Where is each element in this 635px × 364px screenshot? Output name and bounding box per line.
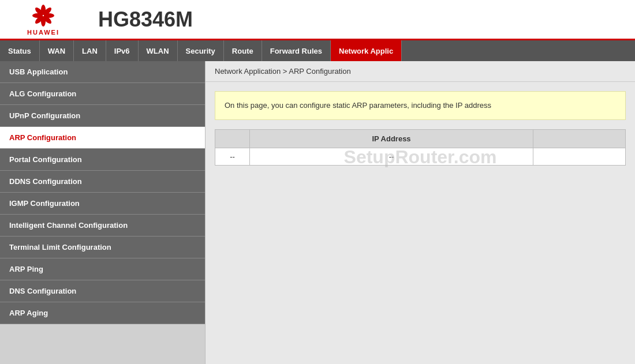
sidebar-item-intelligent-channel[interactable]: Intelligent Channel Configuration bbox=[0, 215, 205, 237]
sidebar-item-alg-configuration[interactable]: ALG Configuration bbox=[0, 83, 205, 105]
row-ip-address: -- bbox=[250, 148, 533, 165]
sidebar-item-terminal-limit[interactable]: Terminal Limit Configuration bbox=[0, 237, 205, 258]
nav-bar: Status WAN LAN IPv6 WLAN Security Route … bbox=[0, 40, 635, 61]
nav-item-route[interactable]: Route bbox=[224, 40, 262, 61]
arp-table: IP Address -- -- bbox=[215, 129, 626, 166]
content-area: USB Application ALG Configuration UPnP C… bbox=[0, 61, 635, 364]
sidebar-item-arp-configuration[interactable]: ARP Configuration bbox=[0, 127, 205, 149]
sidebar-item-dns-configuration[interactable]: DNS Configuration bbox=[0, 280, 205, 302]
nav-item-wlan[interactable]: WLAN bbox=[139, 40, 178, 61]
nav-item-ipv6[interactable]: IPv6 bbox=[106, 40, 139, 61]
sidebar-item-arp-aging[interactable]: ARP Aging bbox=[0, 302, 205, 324]
main-content: Network Application > ARP Configuration … bbox=[206, 61, 635, 364]
col-ip-address-header: IP Address bbox=[250, 129, 533, 148]
table-row: -- -- bbox=[215, 148, 626, 165]
sidebar-item-ddns-configuration[interactable]: DDNS Configuration bbox=[0, 171, 205, 193]
col-dash-header bbox=[215, 129, 250, 148]
logo-area: HUAWEI bbox=[6, 3, 81, 36]
info-box: On this page, you can configure static A… bbox=[215, 91, 626, 120]
sidebar-item-upnp-configuration[interactable]: UPnP Configuration bbox=[0, 105, 205, 127]
table-area: SetupRouter.com IP Address -- -- bbox=[215, 129, 626, 166]
sidebar-item-igmp-configuration[interactable]: IGMP Configuration bbox=[0, 193, 205, 215]
nav-item-forward-rules[interactable]: Forward Rules bbox=[262, 40, 331, 61]
brand-name: HG8346M bbox=[98, 7, 629, 32]
sidebar-item-portal-configuration[interactable]: Portal Configuration bbox=[0, 149, 205, 171]
info-text: On this page, you can configure static A… bbox=[225, 101, 491, 110]
nav-item-lan[interactable]: LAN bbox=[74, 40, 106, 61]
nav-item-wan[interactable]: WAN bbox=[40, 40, 74, 61]
sidebar: USB Application ALG Configuration UPnP C… bbox=[0, 61, 206, 364]
sidebar-item-usb-application[interactable]: USB Application bbox=[0, 61, 205, 83]
nav-item-status[interactable]: Status bbox=[0, 40, 40, 61]
row-col3 bbox=[533, 148, 626, 165]
header: HUAWEI HG8346M bbox=[0, 0, 635, 40]
col-extra-header bbox=[533, 129, 626, 148]
breadcrumb: Network Application > ARP Configuration bbox=[206, 61, 635, 82]
huawei-logo-icon bbox=[26, 3, 61, 29]
row-col1: -- bbox=[215, 148, 250, 165]
logo-text: HUAWEI bbox=[27, 29, 59, 36]
nav-item-network-applic[interactable]: Network Applic bbox=[331, 40, 402, 61]
sidebar-item-arp-ping[interactable]: ARP Ping bbox=[0, 258, 205, 280]
nav-item-security[interactable]: Security bbox=[178, 40, 224, 61]
